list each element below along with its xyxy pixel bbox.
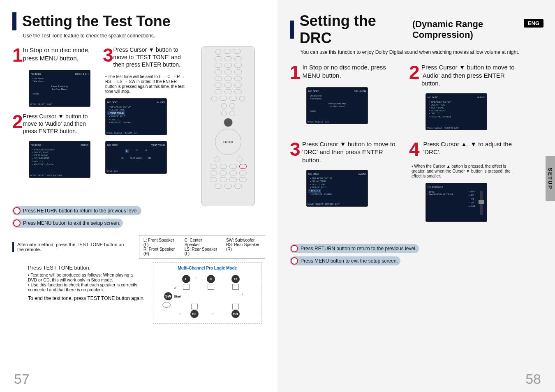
step-2: 2 Press Cursor ▼ button to move to 'Audi… [12,113,95,135]
page-subtitle-right: You can use this function to enjoy Dolby… [301,49,543,55]
menu-exit-instruction: Press MENU button to exit the setup scre… [290,256,400,265]
menu-icon [291,257,298,265]
arrow-icon: ↙ [174,286,177,290]
volume-down-icon [221,111,227,116]
return-icon [13,207,21,214]
arrow-icon: → [218,276,222,280]
step-number: 4 [409,140,423,158]
page-title-right: Setting the DRC [300,12,409,47]
drc-slider-handle [479,200,484,204]
return-instruction: Press RETURN button to return to the pre… [12,206,141,215]
power-icon [215,49,221,55]
return-icon [162,302,171,308]
title-block-left: Setting the Test Tone [12,12,265,30]
play-pause-icon [229,96,237,101]
page-58: ENG SETUP Setting the DRC (Dynamic Range… [278,0,555,392]
page-title-left: Setting the Test Tone [22,13,171,30]
page-subtitle-left: Use the Test Tone feature to check the s… [23,33,265,39]
step-2-text: Press Cursor ▼ button to move to 'Audio'… [23,113,95,135]
speaker-sl-icon: SL [190,310,199,318]
title-block-right: Setting the DRC (Dynamic Range Compressi… [290,12,543,47]
menu-icon [224,118,233,127]
drc-step-4: 4 Press Cursor ▲, ▼ to adjust the 'DRC'. [409,140,516,158]
osd-screenshot-drc-slider: NO DISCDRC • DRC — FULL — 6/8 — 4/8 — 2/… [426,183,487,222]
enter-cursor-pad: ENTER [215,129,241,155]
drc-step-1: 1 In Stop or no disc mode, press MENU bu… [290,63,397,81]
stop-icon [220,96,227,101]
page-number-58: 58 [525,371,541,387]
setup-tab: SETUP [546,156,555,201]
arrow-icon: ← [178,311,182,315]
osd-screenshot-audio-menu: NO DISCAUDIO • SPEAKER SETUP • DELAY TIM… [426,93,487,130]
osd-screenshot-audio-menu: NO DISCAUDIO • SPEAKER SETUP • DELAY TIM… [29,141,90,178]
diagram-start: Start [174,295,181,298]
mute-icon [237,157,243,162]
osd-screenshot-main-menu: NO DISCDCC • 0 CH Disc Menu Title Menu P… [29,70,90,107]
speaker-l-icon: L [182,275,190,283]
page-title-right-sub: (Dynamic Range Compression) [412,19,543,40]
page-57: Setting the Test Tone Use the Test Tone … [0,0,278,392]
speaker-r-icon: R [231,275,240,283]
drc-step-2: 2 Press Cursor ▼ button to move to 'Audi… [409,63,516,88]
speaker-c-icon: C [207,275,215,283]
drc-step-3-text: Press Cursor ▼ button to move to 'DRC' a… [302,140,397,164]
menu-exit-instruction: Press MENU button to exit the setup scre… [12,219,123,228]
diagram-title: Multi-Channel Pro Logic Mode [157,266,258,270]
osd-screenshot-drc-highlight: NO DISCAUDIO • SPEAKER SETUP • DELAY TIM… [306,170,368,207]
drc-step-3: 3 Press Cursor ▼ button to move to 'DRC'… [290,140,397,164]
end-test-tone: To end the test tone, press TEST TONE bu… [28,295,145,301]
test-tone-button [239,164,247,169]
multichannel-diagram: Multi-Channel Pro Logic Mode L C R SW SL… [153,262,262,324]
step-number: 3 [103,46,113,69]
lang-badge: ENG [524,19,543,28]
speaker-sw-icon: SW [164,292,172,300]
drc-step-4-text: Press Cursor ▲, ▼ to adjust the 'DRC'. [423,140,516,158]
drc-step-4-note: • When the Cursor ▲ button is pressed, t… [412,164,514,179]
drc-step-2-text: Press Cursor ▼ button to move to 'Audio'… [421,63,516,88]
arrow-icon: → [194,276,197,280]
title-marker [12,12,16,30]
osd-screenshot-test-tone-highlight: NO DISCAUDIO • SPEAKER SETUP • DELAY TIM… [105,98,167,135]
menu-icon [13,219,21,227]
page-number-57: 57 [14,371,30,387]
test-tone-instructions: Press TEST TONE button. • Test tone will… [28,265,143,292]
drc-step-1-text: In Stop or no disc mode, press MENU butt… [302,63,397,81]
arrow-icon: ← [211,311,215,315]
step-number: 3 [290,140,302,164]
step-number: 2 [12,113,23,135]
test-tone-heading: Press TEST TONE button. [28,265,143,271]
return-icon [291,245,298,252]
return-icon [214,157,220,162]
step-3-note: • The test tone will be sent to L → C → … [105,74,187,94]
return-instruction: Press RETURN button to return to the pre… [290,244,419,253]
osd-screenshot-test-tone-grid: NO DISCTEST TONE LCR SLSUB WOOSR STOPEXI… [105,141,167,174]
speaker-legend: L: Front Speaker (L) R: Front Speaker (R… [139,235,265,259]
alternate-method: Alternate method: press the TEST TONE bu… [12,242,132,252]
arrow-icon: ↓ [242,291,244,295]
remote-control-illustration: ENTER [201,46,255,206]
step-number: 2 [409,63,421,88]
volume-up-icon [221,103,227,109]
speaker-sr-icon: SR [231,310,240,318]
step-3: 3 Press Cursor ▼ button to move to 'TEST… [103,46,189,69]
step-1-text: In Stop or no disc mode, press MENU butt… [23,46,95,64]
step-number: 1 [290,63,302,81]
step-number: 1 [12,46,23,64]
step-3-text: Press Cursor ▼ button to move to 'TEST T… [113,46,189,69]
step-1: 1 In Stop or no disc mode, press MENU bu… [12,46,95,64]
title-marker [290,21,294,39]
osd-screenshot-main-menu: NO DISCD.D • 0 CH Disc Menu Title Menu P… [306,87,368,124]
